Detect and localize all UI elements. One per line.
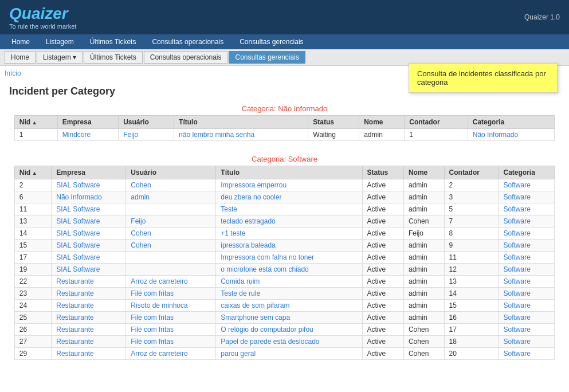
table-row: 23 Restaurante Filé com fritas Teste de … bbox=[14, 288, 554, 300]
col-empresa-1: Empresa bbox=[57, 116, 118, 129]
cell-titulo: O relógio do computador pifou bbox=[216, 324, 362, 336]
col-titulo-2: Título bbox=[216, 166, 362, 179]
cell-nid: 14 bbox=[14, 228, 51, 240]
cell-contador: 2 bbox=[444, 179, 499, 191]
cell-titulo: o microfone está com chiado bbox=[216, 264, 362, 276]
cell-status: Active bbox=[362, 191, 403, 203]
nav-ultimos-tickets[interactable]: Últimos Tickets bbox=[83, 34, 143, 49]
cell-empresa: SIAL Software bbox=[52, 264, 126, 276]
cell-usuario bbox=[126, 203, 216, 215]
col-status-1: Status bbox=[308, 116, 359, 129]
table-section2: Nid Empresa Usuário Título Status Nome C… bbox=[14, 166, 555, 360]
cell-titulo: Impressora emperrou bbox=[216, 179, 362, 191]
table-row: 11 SIAL Software Teste Active admin 5 So… bbox=[14, 203, 554, 215]
col-nid-1: Nid bbox=[14, 116, 57, 129]
cell-contador: 7 bbox=[444, 215, 499, 228]
cell-nome: Cohen bbox=[403, 324, 444, 336]
cell-usuario: Cohen bbox=[126, 228, 216, 240]
cell-categoria: Software bbox=[499, 324, 555, 336]
cell-empresa: Restaurante bbox=[52, 348, 126, 360]
cell-contador: 9 bbox=[444, 240, 499, 252]
cell-status: Active bbox=[362, 348, 403, 360]
cell-categoria: Software bbox=[499, 203, 555, 215]
table-row: 22 Restaurante Arroz de carreteiro Comid… bbox=[14, 276, 554, 288]
cell-usuario: Risoto de minhoca bbox=[126, 300, 216, 312]
cell-nome: Cohen bbox=[403, 336, 444, 348]
cell-contador: 15 bbox=[444, 300, 499, 312]
cell-categoria: Software bbox=[499, 228, 555, 240]
cell-nid: 1 bbox=[14, 129, 57, 141]
cell-status: Active bbox=[362, 240, 403, 252]
cell-titulo: Impressora com falha no toner bbox=[216, 252, 362, 264]
cell-nid: 2 bbox=[14, 179, 51, 191]
table-row: 27 Restaurante Filé com fritas Papel de … bbox=[14, 336, 554, 348]
col-contador-1: Contador bbox=[405, 116, 468, 129]
nav-listagem[interactable]: Listagem bbox=[39, 34, 81, 49]
cell-categoria: Software bbox=[499, 240, 555, 252]
cell-titulo: parou geral bbox=[216, 348, 362, 360]
cell-usuario: Cohen bbox=[126, 240, 216, 252]
cell-categoria: Software bbox=[499, 276, 555, 288]
logo-title: Quaizer bbox=[9, 5, 76, 23]
cell-titulo: teclado estragado bbox=[216, 215, 362, 228]
cell-categoria: Software bbox=[499, 252, 555, 264]
table-row: 17 SIAL Software Impressora com falha no… bbox=[14, 252, 554, 264]
cell-contador: 20 bbox=[444, 348, 499, 360]
breadcrumb-home[interactable]: Home bbox=[5, 51, 36, 64]
col-categoria-2: Categoria bbox=[499, 166, 555, 179]
table-row: 26 Restaurante Filé com fritas O relógio… bbox=[14, 324, 554, 336]
category-value-1: Não Informado bbox=[278, 104, 327, 113]
cell-nome: admin bbox=[403, 240, 444, 252]
cell-categoria: Software bbox=[499, 312, 555, 324]
cell-categoria: Software bbox=[499, 215, 555, 228]
breadcrumb-consultas-operacionais[interactable]: Consultas operacionais bbox=[144, 51, 228, 64]
cell-usuario: Filé com fritas bbox=[126, 324, 216, 336]
cell-empresa: Restaurante bbox=[52, 324, 126, 336]
nav-home[interactable]: Home bbox=[5, 34, 37, 49]
cell-nid: 17 bbox=[14, 252, 51, 264]
cell-empresa: SIAL Software bbox=[52, 179, 126, 191]
table-row: 1 Mindcore Feijo não lembro minha senha … bbox=[14, 129, 554, 141]
cell-categoria: Software bbox=[499, 300, 555, 312]
cell-titulo: Teste bbox=[216, 203, 362, 215]
cell-nome: admin bbox=[403, 276, 444, 288]
cell-usuario: Filé com fritas bbox=[126, 288, 216, 300]
cell-nome: admin bbox=[403, 179, 444, 191]
cell-contador: 18 bbox=[444, 336, 499, 348]
nav-consultas-operacionais[interactable]: Consultas operacionais bbox=[145, 34, 230, 49]
table-row: 2 SIAL Software Cohen Impressora emperro… bbox=[14, 179, 554, 191]
col-nome-1: Nome bbox=[359, 116, 405, 129]
cell-contador: 5 bbox=[444, 203, 499, 215]
cell-status: Active bbox=[362, 276, 403, 288]
cell-categoria: Software bbox=[499, 336, 555, 348]
cell-status: Active bbox=[362, 336, 403, 348]
inicio-link[interactable]: Início bbox=[5, 69, 21, 77]
cell-status: Active bbox=[362, 228, 403, 240]
cell-titulo: deu zbera no cooler bbox=[216, 191, 362, 203]
cell-usuario: Cohen bbox=[126, 179, 216, 191]
breadcrumb-ultimos-tickets[interactable]: Últimos Tickets bbox=[84, 51, 143, 64]
nav-consultas-gerenciais[interactable]: Consultas gerenciais bbox=[233, 34, 310, 49]
header-version: Quaizer 1.0 bbox=[524, 13, 560, 21]
cell-empresa: SIAL Software bbox=[52, 252, 126, 264]
cell-contador: 12 bbox=[444, 264, 499, 276]
cell-nid: 27 bbox=[14, 336, 51, 348]
cell-empresa: Restaurante bbox=[52, 276, 126, 288]
col-empresa-2: Empresa bbox=[52, 166, 126, 179]
cell-titulo: Teste de rule bbox=[216, 288, 362, 300]
cell-categoria: Software bbox=[499, 288, 555, 300]
cell-status: Active bbox=[362, 324, 403, 336]
cell-usuario: admin bbox=[126, 191, 216, 203]
col-titulo-1: Título bbox=[174, 116, 308, 129]
cell-nid: 23 bbox=[14, 288, 51, 300]
cell-status: Waiting bbox=[308, 129, 359, 141]
logo-subtitle: To rule the world market bbox=[9, 23, 76, 30]
table-row: 29 Restaurante Arroz de carreteiro parou… bbox=[14, 348, 554, 360]
category-label-1: Categoria: Não Informado bbox=[0, 100, 569, 115]
breadcrumb-consultas-gerenciais[interactable]: Consultas gerenciais bbox=[229, 51, 305, 64]
table-row: 15 SIAL Software Cohen ipressora baleada… bbox=[14, 240, 554, 252]
cell-empresa: Restaurante bbox=[52, 288, 126, 300]
breadcrumb-listagem[interactable]: Listagem ▾ bbox=[37, 51, 83, 64]
cell-nid: 24 bbox=[14, 300, 51, 312]
cell-status: Active bbox=[362, 288, 403, 300]
